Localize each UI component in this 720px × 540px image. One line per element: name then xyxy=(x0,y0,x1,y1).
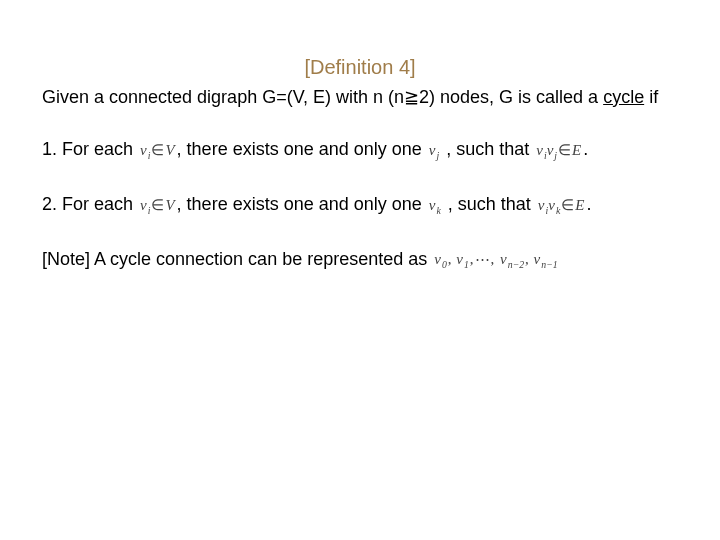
cond2-lead: 2. For each xyxy=(42,194,138,214)
seq-term: v xyxy=(456,251,463,267)
math-op: ∈ xyxy=(150,197,165,213)
seq-sub: n−2 xyxy=(507,259,524,270)
math-var: v xyxy=(140,142,147,158)
seq-sub: 1 xyxy=(463,259,469,270)
cond2-math-edge: vivk∈E xyxy=(538,193,585,219)
math-sub: j xyxy=(435,150,439,161)
cond1-math-vj: vj xyxy=(429,138,439,164)
math-sub: k xyxy=(435,205,440,216)
cond1-math-vi-in-V: vi∈V xyxy=(140,138,175,164)
seq-term: v xyxy=(434,251,441,267)
intro-underlined: cycle xyxy=(603,87,644,107)
condition-2: 2. For each vi∈V , there exists one and … xyxy=(42,190,678,219)
definition-title: [Definition 4] xyxy=(42,56,678,79)
math-op: ∈ xyxy=(557,142,572,158)
body-text: Given a connected digraph G=(V, E) with … xyxy=(42,85,678,274)
math-op: ∈ xyxy=(150,142,165,158)
note-lead: [Note] A cycle connection can be represe… xyxy=(42,249,432,269)
cond2-after2: , such that xyxy=(443,194,536,214)
seq-ellipsis: ,⋯, xyxy=(469,251,497,267)
intro-paragraph: Given a connected digraph G=(V, E) with … xyxy=(42,85,678,109)
cond2-math-vk: vk xyxy=(429,193,441,219)
math-var: v xyxy=(140,197,147,213)
slide: [Definition 4] Given a connected digraph… xyxy=(0,0,720,540)
seq-sep: , xyxy=(524,251,530,267)
math-set: E xyxy=(572,142,581,158)
intro-post: if xyxy=(644,87,658,107)
math-set: V xyxy=(165,142,174,158)
seq-sub: n−1 xyxy=(540,259,557,270)
cond1-tail: . xyxy=(583,139,588,159)
math-set: V xyxy=(165,197,174,213)
cond2-mid: , there exists one and only one xyxy=(177,194,427,214)
seq-sep: , xyxy=(447,251,453,267)
math-var: v xyxy=(548,197,555,213)
condition-1: 1. For each vi∈V , there exists one and … xyxy=(42,135,678,164)
seq-term: v xyxy=(500,251,507,267)
content-area: [Definition 4] Given a connected digraph… xyxy=(42,56,678,300)
cond2-tail: . xyxy=(586,194,591,214)
cond1-math-edge: vivj∈E xyxy=(536,138,581,164)
cond1-lead: 1. For each xyxy=(42,139,138,159)
math-var: v xyxy=(536,142,543,158)
note-row: [Note] A cycle connection can be represe… xyxy=(42,245,678,274)
cond1-mid: , there exists one and only one xyxy=(177,139,427,159)
intro-pre: Given a connected digraph G=(V, E) with … xyxy=(42,87,603,107)
math-op: ∈ xyxy=(560,197,575,213)
math-set: E xyxy=(575,197,584,213)
math-var: v xyxy=(538,197,545,213)
seq-sub: 0 xyxy=(441,259,447,270)
note-sequence: v0, v1,⋯, vn−2, vn−1 xyxy=(434,247,557,273)
cond1-after2: , such that xyxy=(441,139,534,159)
cond2-math-vi-in-V: vi∈V xyxy=(140,193,175,219)
